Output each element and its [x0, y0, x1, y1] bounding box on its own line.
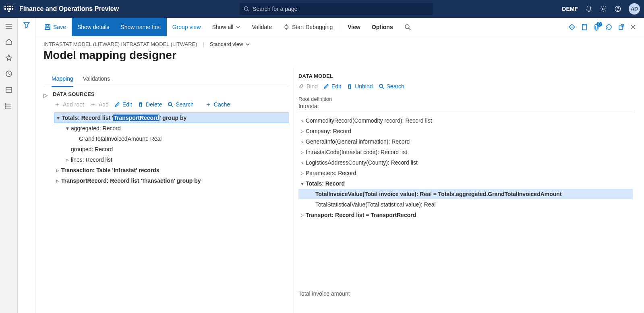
- save-button[interactable]: Save: [39, 18, 72, 36]
- ds-node-aggregated[interactable]: ▾aggregated: Record: [54, 123, 289, 134]
- trash-icon: [347, 83, 352, 89]
- waffle-icon[interactable]: [4, 4, 14, 14]
- attachment-icon[interactable]: [581, 23, 588, 31]
- svg-rect-19: [46, 27, 49, 29]
- collapse-caret-icon[interactable]: ▷: [43, 92, 48, 98]
- app-name: Finance and Operations Preview: [19, 5, 119, 13]
- tab-validations[interactable]: Validations: [83, 73, 110, 87]
- add-root-button: ＋Add root: [54, 101, 84, 108]
- breadcrumb-separator: |: [203, 41, 204, 47]
- search-action-icon[interactable]: [399, 18, 416, 36]
- svg-point-16: [5, 108, 6, 109]
- svg-point-20: [285, 25, 288, 29]
- dm-node-commodity[interactable]: ▹CommodityRecord(Commodity record): Reco…: [298, 115, 633, 126]
- trash-icon: [138, 102, 143, 107]
- ds-node-grand-total[interactable]: GrandTotalInvoicedAmount: Real: [54, 134, 289, 144]
- hamburger-icon[interactable]: [5, 23, 12, 29]
- cache-button[interactable]: ＋Cache: [205, 101, 230, 108]
- star-icon[interactable]: [5, 54, 12, 61]
- header-right: DEMF AD: [562, 3, 640, 15]
- diamond-icon[interactable]: [568, 23, 576, 31]
- svg-line-32: [171, 105, 173, 107]
- root-definition-value[interactable]: Intrastat: [298, 102, 633, 111]
- dm-node-intrastatcode[interactable]: ▹IntrastatCode(Intrastat code): Record l…: [298, 147, 633, 157]
- svg-point-33: [379, 84, 383, 88]
- company-code[interactable]: DEMF: [562, 6, 578, 12]
- view-menu[interactable]: View: [342, 18, 366, 36]
- dm-node-total-invoice[interactable]: TotalInvoiceValue(Total invoice value): …: [298, 189, 633, 199]
- save-icon: [44, 24, 51, 30]
- svg-point-15: [5, 106, 6, 106]
- svg-line-34: [382, 87, 384, 89]
- filter-rail: [18, 18, 35, 313]
- ds-node-transaction[interactable]: ▹Transaction: Table 'Intrastat' records: [54, 165, 289, 175]
- svg-point-4: [617, 10, 618, 10]
- show-all-dropdown[interactable]: Show all: [207, 18, 246, 36]
- ds-node-transport[interactable]: ▹TransportRecord: Record list 'Transacti…: [54, 175, 289, 186]
- close-icon[interactable]: [630, 24, 636, 30]
- dm-node-generalinfo[interactable]: ▹GeneralInfo(General information): Recor…: [298, 136, 633, 147]
- link-icon: [298, 83, 304, 89]
- add-button: ＋Add: [90, 101, 109, 108]
- modules-icon[interactable]: [5, 102, 12, 110]
- svg-rect-9: [6, 88, 12, 92]
- pencil-icon: [114, 102, 120, 107]
- dm-node-company[interactable]: ▹Company: Record: [298, 126, 633, 136]
- ds-node-grouped[interactable]: grouped: Record: [54, 144, 289, 154]
- global-search-placeholder: Search for a page: [253, 6, 297, 12]
- refresh-icon[interactable]: [605, 23, 613, 31]
- dm-node-total-stat[interactable]: TotalStatisticalValue(Total statistical …: [298, 199, 633, 210]
- svg-point-14: [5, 104, 6, 104]
- unbind-button[interactable]: Unbind: [347, 83, 373, 90]
- search-dm-button[interactable]: Search: [379, 83, 404, 90]
- edit-dm-button[interactable]: Edit: [323, 83, 341, 90]
- recent-icon[interactable]: [5, 70, 12, 77]
- search-icon: [244, 6, 249, 12]
- svg-line-1: [248, 10, 249, 12]
- breadcrumb: INTRASTAT MODEL (LITWARE) INTRASTAT MODE…: [43, 41, 197, 47]
- tab-mapping[interactable]: Mapping: [52, 73, 73, 87]
- dm-node-totals[interactable]: ▾Totals: Record: [298, 178, 633, 189]
- show-details-button[interactable]: Show details: [72, 18, 115, 36]
- search-icon: [379, 83, 384, 89]
- tabs: Mapping Validations: [43, 73, 289, 87]
- show-name-first-button[interactable]: Show name first: [115, 18, 166, 36]
- start-debugging-button[interactable]: Start Debugging: [277, 18, 338, 36]
- popout-icon[interactable]: [618, 24, 625, 30]
- search-icon: [168, 102, 173, 107]
- debug-icon: [283, 24, 290, 30]
- global-search[interactable]: Search for a page: [240, 3, 433, 15]
- svg-point-0: [244, 7, 248, 10]
- attachments-badge[interactable]: 0: [593, 23, 600, 31]
- edit-button[interactable]: Edit: [114, 101, 132, 108]
- ds-node-lines[interactable]: ▹lines: Record list: [54, 154, 289, 165]
- options-menu[interactable]: Options: [366, 18, 399, 36]
- help-icon[interactable]: [614, 5, 621, 13]
- page-content: Save Show details Show name first Group …: [35, 18, 644, 313]
- gear-icon[interactable]: [600, 5, 607, 13]
- home-icon[interactable]: [5, 38, 12, 45]
- action-bar: Save Show details Show name first Group …: [35, 18, 644, 36]
- group-view-button[interactable]: Group view: [167, 18, 207, 36]
- workspace-icon[interactable]: [5, 86, 12, 94]
- dm-node-transport[interactable]: ▹Transport: Record list = TransportRecor…: [298, 210, 633, 220]
- global-header: Finance and Operations Preview Search fo…: [0, 0, 644, 18]
- view-selector[interactable]: Standard view: [210, 41, 250, 47]
- dm-node-parameters[interactable]: ▹Parameters: Record: [298, 168, 633, 178]
- footer-description: Total invoice amount: [298, 290, 633, 309]
- root-definition-label: Root definition: [298, 96, 633, 102]
- ds-node-totals[interactable]: ▾ Totals: Record list 'TransportRecord' …: [54, 113, 289, 123]
- funnel-icon[interactable]: [23, 22, 30, 28]
- pencil-icon: [323, 83, 329, 89]
- search-button[interactable]: Search: [168, 101, 193, 108]
- chevron-down-icon: [245, 42, 250, 47]
- svg-rect-18: [46, 25, 49, 26]
- data-sources-heading: DATA SOURCES: [53, 91, 95, 97]
- delete-button[interactable]: Delete: [138, 101, 162, 108]
- svg-point-31: [168, 102, 172, 106]
- svg-point-25: [405, 25, 409, 29]
- dm-node-logistics[interactable]: ▹LogisticsAddressCounty(County): Record …: [298, 157, 633, 168]
- validate-button[interactable]: Validate: [246, 18, 277, 36]
- avatar[interactable]: AD: [629, 3, 640, 15]
- bell-icon[interactable]: [585, 5, 592, 13]
